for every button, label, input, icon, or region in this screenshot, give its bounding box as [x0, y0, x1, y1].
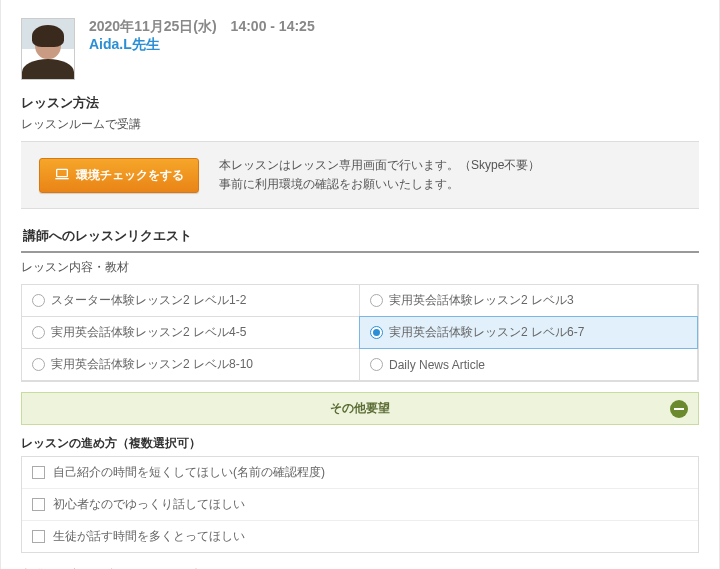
- other-request-bar[interactable]: その他要望: [21, 392, 699, 425]
- radio-icon: [32, 326, 45, 339]
- teacher-avatar: [21, 18, 75, 80]
- progress-option[interactable]: 生徒が話す時間を多くとってほしい: [22, 520, 698, 552]
- progress-label: レッスンの進め方（複数選択可）: [21, 435, 699, 452]
- env-check-button[interactable]: 環境チェックをする: [39, 158, 199, 193]
- lesson-option[interactable]: 実用英会話体験レッスン2 レベル4-5: [21, 316, 360, 349]
- radio-icon: [32, 358, 45, 371]
- notice-text: 本レッスンはレッスン専用画面で行います。（Skype不要） 事前に利用環境の確認…: [219, 156, 540, 194]
- lesson-option[interactable]: 実用英会話体験レッスン2 レベル8-10: [21, 348, 360, 381]
- collapse-icon: [670, 400, 688, 418]
- lesson-option[interactable]: 実用英会話体験レッスン2 レベル3: [359, 284, 698, 317]
- lesson-option[interactable]: スターター体験レッスン2 レベル1-2: [21, 284, 360, 317]
- lesson-option[interactable]: 実用英会話体験レッスン2 レベル6-7: [359, 316, 698, 349]
- method-title: レッスン方法: [21, 94, 699, 112]
- radio-icon: [370, 358, 383, 371]
- progress-list: 自己紹介の時間を短くしてほしい(名前の確認程度) 初心者なのでゆっくり話してほし…: [21, 456, 699, 553]
- progress-option[interactable]: 初心者なのでゆっくり話してほしい: [22, 488, 698, 520]
- svg-rect-1: [674, 408, 684, 410]
- method-value: レッスンルームで受講: [21, 116, 699, 133]
- request-heading: 講師へのレッスンリクエスト: [21, 221, 699, 253]
- env-check-button-label: 環境チェックをする: [76, 167, 184, 184]
- lesson-content-options: スターター体験レッスン2 レベル1-2 実用英会話体験レッスン2 レベル3 実用…: [21, 284, 699, 382]
- radio-icon: [370, 294, 383, 307]
- laptop-icon: [54, 166, 70, 185]
- lesson-request-panel: 2020年11月25日(水) 14:00 - 14:25 Aida.L先生 レッ…: [0, 0, 720, 569]
- checkbox-icon: [32, 498, 45, 511]
- lesson-header: 2020年11月25日(水) 14:00 - 14:25 Aida.L先生: [21, 18, 699, 80]
- lesson-datetime: 2020年11月25日(水) 14:00 - 14:25: [89, 18, 315, 36]
- checkbox-icon: [32, 466, 45, 479]
- teacher-name-link[interactable]: Aida.L先生: [89, 36, 160, 52]
- environment-notice: 環境チェックをする 本レッスンはレッスン専用画面で行います。（Skype不要） …: [21, 141, 699, 209]
- svg-rect-0: [57, 169, 68, 176]
- content-label: レッスン内容・教材: [21, 259, 699, 276]
- checkbox-icon: [32, 530, 45, 543]
- radio-icon: [32, 294, 45, 307]
- lesson-option[interactable]: Daily News Article: [359, 348, 698, 381]
- progress-option[interactable]: 自己紹介の時間を短くしてほしい(名前の確認程度): [22, 457, 698, 488]
- radio-icon: [370, 326, 383, 339]
